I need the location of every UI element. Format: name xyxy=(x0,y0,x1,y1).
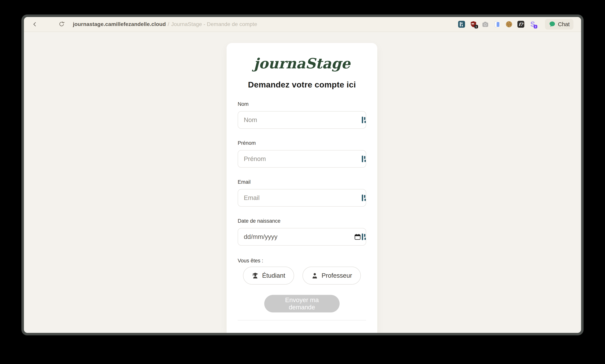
browser-toolbar: journastage.camillefezandelle.cloud/Jour… xyxy=(24,17,581,32)
submit-request-button[interactable]: Envoyer ma demande xyxy=(264,295,340,312)
calendar-icon[interactable] xyxy=(354,234,361,240)
card-divider xyxy=(238,320,366,320)
back-icon xyxy=(32,21,38,27)
role-buttons: Étudiant Professeur xyxy=(227,267,377,285)
page-heading: Demandez votre compte ici xyxy=(227,80,377,89)
adblock-extension-button[interactable]: 1 xyxy=(470,21,477,28)
person-icon xyxy=(311,272,318,279)
url-text: journastage.camillefezandelle.cloud xyxy=(73,21,166,27)
signup-card: journaStage Demandez votre compte ici No… xyxy=(227,43,377,333)
cookie-icon xyxy=(506,21,512,28)
screenshot-extension-button[interactable] xyxy=(482,21,489,28)
page-title-text: JournaStage - Demande de compte xyxy=(171,21,257,27)
back-button[interactable] xyxy=(31,21,38,27)
date-naissance-label: Date de naissance xyxy=(238,218,366,224)
cookie-extension-button[interactable] xyxy=(506,21,512,28)
forward-button[interactable] xyxy=(45,21,52,27)
email-label: Email xyxy=(238,179,366,185)
camera-icon xyxy=(482,21,489,28)
stylus-extension-button[interactable]: S 3 xyxy=(529,21,536,28)
font-inspector-icon: f? xyxy=(517,21,524,28)
nom-label: Nom xyxy=(238,101,366,107)
page-content: journaStage Demandez votre compte ici No… xyxy=(24,32,581,333)
font-inspector-extension-button[interactable]: f? xyxy=(517,21,524,28)
role-professeur-label: Professeur xyxy=(322,272,352,279)
chat-bubble-icon xyxy=(549,21,556,28)
role-professeur-button[interactable]: Professeur xyxy=(302,267,361,285)
nom-input-wrap xyxy=(238,111,366,129)
password-manager-inline-icon[interactable] xyxy=(362,194,367,201)
reload-icon xyxy=(58,21,65,27)
password-manager-inline-icon[interactable] xyxy=(362,116,367,124)
browser-viewport: journastage.camillefezandelle.cloud/Jour… xyxy=(24,17,581,333)
role-etudiant-button[interactable]: Étudiant xyxy=(243,267,294,285)
prenom-input[interactable] xyxy=(238,150,366,168)
password-manager-inline-icon[interactable] xyxy=(362,233,367,240)
field-email: Email xyxy=(238,179,366,185)
field-date-naissance: Date de naissance xyxy=(238,218,366,224)
toolbar-extensions: 1 xyxy=(458,17,574,31)
nom-input[interactable] xyxy=(238,111,366,129)
password-manager-icon xyxy=(458,21,465,28)
date-input-wrap xyxy=(238,228,366,246)
phone-sync-icon xyxy=(494,21,501,28)
adblock-badge: 1 xyxy=(474,25,478,28)
stylus-badge: 3 xyxy=(534,25,537,28)
device-sync-extension-button[interactable] xyxy=(494,21,501,28)
chat-button-label: Chat xyxy=(558,21,570,27)
email-input[interactable] xyxy=(238,189,366,207)
journastage-logo: journaStage xyxy=(227,55,377,72)
browser-window: journastage.camillefezandelle.cloud/Jour… xyxy=(21,14,584,335)
password-manager-extension-button[interactable] xyxy=(458,21,465,28)
role-label: Vous êtes : xyxy=(238,258,263,264)
prenom-label: Prénom xyxy=(238,140,366,146)
forward-icon xyxy=(46,21,51,27)
prenom-input-wrap xyxy=(238,150,366,168)
reload-button[interactable] xyxy=(58,21,65,27)
password-manager-inline-icon[interactable] xyxy=(362,155,367,163)
field-nom: Nom xyxy=(238,101,366,107)
date-naissance-input[interactable] xyxy=(238,228,366,246)
address-bar[interactable]: journastage.camillefezandelle.cloud/Jour… xyxy=(73,21,257,27)
field-prenom: Prénom xyxy=(238,140,366,146)
url-separator: / xyxy=(168,21,169,27)
email-input-wrap xyxy=(238,189,366,207)
chat-button[interactable]: Chat xyxy=(545,19,574,30)
graduate-icon xyxy=(252,272,259,279)
role-etudiant-label: Étudiant xyxy=(262,272,285,279)
